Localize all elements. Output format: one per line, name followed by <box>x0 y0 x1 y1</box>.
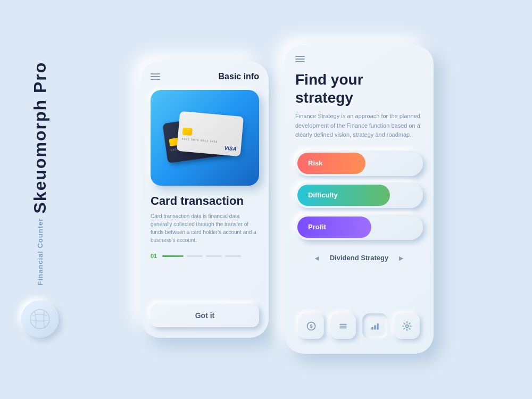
nav-menu-button[interactable] <box>330 313 356 339</box>
scene: Skeuomorph Pro Financial Counter Basic <box>0 0 532 399</box>
progress-area: 01 <box>151 253 259 259</box>
brand-title: Skeuomorph Pro <box>30 62 50 214</box>
svg-rect-7 <box>374 325 376 329</box>
left-phone-header: Basic info <box>151 72 259 81</box>
svg-point-0 <box>30 309 49 328</box>
dividend-strategy-label: Dividend Strategy <box>330 254 389 262</box>
nav-dollar-button[interactable]: $ <box>298 313 324 339</box>
svg-rect-4 <box>339 326 346 327</box>
progress-bar-3 <box>206 255 222 257</box>
nav-chart-button[interactable] <box>362 313 388 339</box>
left-menu-icon[interactable] <box>151 73 160 80</box>
difficulty-button-label: Difficulty <box>297 185 390 206</box>
right-menu-icon[interactable] <box>295 56 305 62</box>
profit-button-label: Profit <box>297 217 371 238</box>
svg-rect-3 <box>339 324 346 325</box>
progress-bar-2 <box>187 255 203 257</box>
dividend-nav: ◄ Dividend Strategy ► <box>295 251 423 265</box>
light-card-visa: VISA <box>224 145 237 152</box>
light-card-number: 4321 5678 9012 3456 <box>182 137 237 145</box>
svg-rect-6 <box>371 327 373 330</box>
svg-rect-5 <box>339 328 346 329</box>
nav-next-button[interactable]: ► <box>394 251 409 265</box>
progress-bar-4 <box>225 255 241 257</box>
risk-button-wrapper[interactable]: Risk <box>295 151 423 176</box>
right-phone-header <box>295 56 423 62</box>
got-it-button[interactable]: Got it <box>151 304 259 327</box>
svg-point-9 <box>406 325 409 328</box>
light-credit-card: 4321 5678 9012 3456 VISA <box>177 111 244 156</box>
chart-icon <box>370 321 380 331</box>
strategy-title: Find your strategy <box>295 71 423 106</box>
phone-right: Find your strategy Finance Strategy is a… <box>285 45 434 354</box>
profit-button-wrapper[interactable]: Profit <box>295 214 423 240</box>
strategy-desc: Finance Strategy is an approach for the … <box>295 112 423 140</box>
dribbble-svg <box>29 308 51 329</box>
card-transaction-desc: Card transaction data is financial data … <box>151 212 259 244</box>
dribbble-icon[interactable] <box>21 300 59 337</box>
phone-left: Basic info 1254 4567 8910 1110 VISA 4321… <box>141 61 269 338</box>
left-phone-title: Basic info <box>219 72 259 81</box>
progress-bar-1 <box>162 255 184 257</box>
brand-subtitle: Financial Counter <box>36 218 44 286</box>
card-transaction-title: Card transaction <box>151 194 259 208</box>
bottom-nav: $ <box>295 309 423 343</box>
svg-text:$: $ <box>310 323 312 329</box>
progress-number: 01 <box>151 253 157 259</box>
card-image-area: 1254 4567 8910 1110 VISA 4321 5678 9012 … <box>151 90 259 186</box>
svg-rect-8 <box>377 323 378 330</box>
strategy-buttons: Risk Difficulty Profit <box>295 151 423 240</box>
difficulty-button-wrapper[interactable]: Difficulty <box>295 182 423 208</box>
list-icon <box>338 321 348 331</box>
light-card-chip <box>182 127 193 136</box>
nav-settings-button[interactable] <box>394 313 420 339</box>
gear-icon <box>402 321 412 331</box>
dollar-icon: $ <box>306 321 317 331</box>
branding-area: Skeuomorph Pro Financial Counter <box>21 62 59 338</box>
cards-stack: 1254 4567 8910 1110 VISA 4321 5678 9012 … <box>165 111 245 164</box>
phones-container: Basic info 1254 4567 8910 1110 VISA 4321… <box>141 45 434 354</box>
risk-button-label: Risk <box>297 153 365 174</box>
nav-prev-button[interactable]: ◄ <box>310 251 325 265</box>
